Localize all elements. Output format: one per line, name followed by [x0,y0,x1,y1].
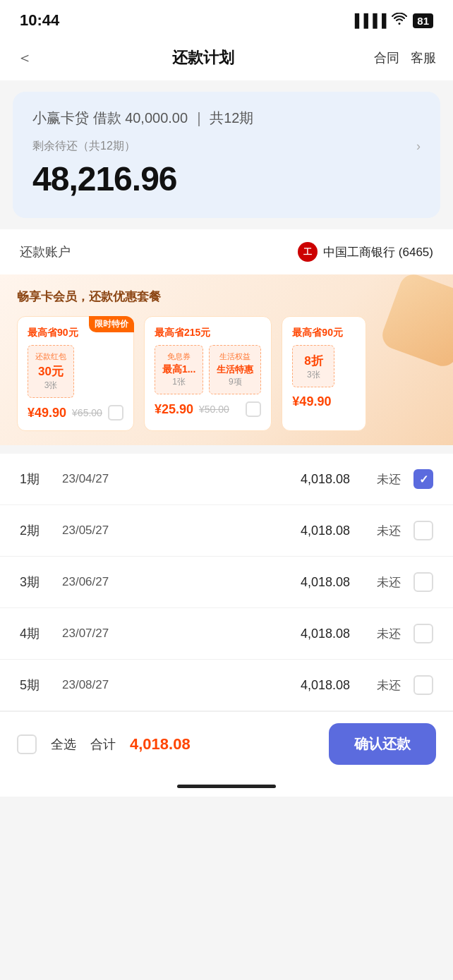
voucher-amount: 30元 [35,363,66,380]
page-title: 还款计划 [32,47,374,68]
promo-checkbox-2[interactable] [246,401,261,417]
separator: ｜ [192,110,210,126]
product-name: 小赢卡贷 [32,110,89,126]
inst-status: 未还 [364,677,413,694]
bottom-bar: 全选 合计 4,018.08 确认还款 [0,711,453,776]
inst-checkbox-4[interactable] [413,624,433,643]
service-button[interactable]: 客服 [411,49,436,66]
inst-date: 23/05/27 [62,524,286,538]
account-value: 工 中国工商银行 (6465) [298,242,433,262]
inst-status: 未还 [364,471,413,488]
loan-label: 借款 [93,110,126,126]
installment-list: 1期 23/04/27 4,018.08 未还 2期 23/05/27 4,01… [0,454,453,711]
voucher-amount: 最高1... [162,363,195,376]
inst-checkbox-5[interactable] [413,675,433,695]
voucher-amount: 生活特惠 [217,363,253,376]
chevron-right-icon[interactable]: › [416,139,421,154]
total-label: 合计 [90,736,116,753]
promo-save-2: 最高省215元 [155,327,261,339]
promo-section: 畅享卡会员，还款优惠套餐 限时特价 最高省90元 还款红包 30元 3张 ¥49… [0,274,453,445]
promo-new-price-2: ¥25.90 [155,402,193,417]
table-row: 2期 23/05/27 4,018.08 未还 [0,505,453,557]
inst-amount: 4,018.08 [286,678,364,693]
select-all-label: 全选 [51,736,76,753]
promo-price-3: ¥49.90 [292,394,356,409]
wifi-icon [392,13,407,29]
voucher-type: 免息券 [162,351,195,362]
promo-old-price-2: ¥50.00 [199,404,229,415]
promo-card-1[interactable]: 限时特价 最高省90元 还款红包 30元 3张 ¥49.90 ¥65.00 [17,316,134,431]
promo-card-2[interactable]: 最高省215元 免息券 最高1... 1张 生活权益 生活特惠 9项 ¥25.9… [144,316,272,431]
total-amount: 4,018.08 [130,735,191,754]
inst-amount: 4,018.08 [286,472,364,487]
inst-period: 2期 [20,522,62,539]
bank-icon: 工 [298,242,318,262]
inst-amount: 4,018.08 [286,575,364,590]
voucher-3-1: 8折 3张 [292,345,334,387]
voucher-type: 还款红包 [35,351,66,362]
inst-status: 未还 [364,523,413,539]
voucher-count: 3张 [300,369,327,381]
promo-badge-1: 限时特价 [89,316,134,332]
voucher-2-2: 生活权益 生活特惠 9项 [209,345,261,394]
inst-amount: 4,018.08 [286,627,364,641]
table-row: 3期 23/06/27 4,018.08 未还 [0,557,453,608]
account-label: 还款账户 [20,243,71,260]
periods-label: 共12期 [210,110,253,126]
nav-actions: 合同 客服 [374,49,436,66]
voucher-type: 生活权益 [217,351,253,362]
promo-title: 畅享卡会员，还款优惠套餐 [17,289,439,305]
account-row: 还款账户 工 中国工商银行 (6465) [0,229,453,274]
inst-checkbox-2[interactable] [413,521,433,540]
home-indicator [0,776,453,797]
remaining-label-row: 剩余待还（共12期） › [32,139,421,154]
promo-new-price-1: ¥49.90 [28,406,66,421]
inst-period: 3期 [20,574,62,591]
promo-card-3[interactable]: 最高省90元 8折 3张 ¥49.90 [282,316,366,431]
contract-button[interactable]: 合同 [374,49,399,66]
status-icons: ▐▐▐▐ 81 [350,13,433,29]
home-bar [177,785,276,788]
inst-status: 未还 [364,574,413,591]
table-row: 5期 23/08/27 4,018.08 未还 [0,660,453,711]
voucher-count: 1张 [162,376,195,388]
promo-save-3: 最高省90元 [292,327,356,339]
loan-amount: 40,000.00 [125,110,188,126]
voucher-count: 3张 [35,380,66,392]
inst-checkbox-3[interactable] [413,572,433,592]
promo-vouchers-1: 还款红包 30元 3张 [28,345,123,398]
confirm-button[interactable]: 确认还款 [329,723,436,765]
inst-amount: 4,018.08 [286,524,364,538]
promo-vouchers-3: 8折 3张 [292,345,356,387]
signal-icon: ▐▐▐▐ [350,13,386,28]
voucher-1-1: 还款红包 30元 3张 [28,345,74,398]
promo-checkbox-1[interactable] [108,405,123,421]
inst-status: 未还 [364,626,413,642]
inst-period: 5期 [20,677,62,694]
summary-card: 小赢卡贷 借款 40,000.00 ｜ 共12期 剩余待还（共12期） › 48… [13,92,440,218]
promo-old-price-1: ¥65.00 [72,407,102,418]
inst-checkbox-1[interactable] [413,469,433,489]
promo-price-2: ¥25.90 ¥50.00 [155,401,261,417]
voucher-2-1: 免息券 最高1... 1张 [155,345,203,394]
inst-date: 23/08/27 [62,678,286,692]
promo-price-1: ¥49.90 ¥65.00 [28,405,123,421]
inst-period: 1期 [20,471,62,488]
table-row: 1期 23/04/27 4,018.08 未还 [0,454,453,505]
total-remaining-amount: 48,216.96 [32,159,421,198]
inst-period: 4期 [20,625,62,642]
promo-cards: 限时特价 最高省90元 还款红包 30元 3张 ¥49.90 ¥65.00 最高… [17,316,439,431]
inst-date: 23/07/27 [62,627,286,641]
inst-date: 23/06/27 [62,575,286,589]
remaining-label: 剩余待还（共12期） [32,139,135,154]
back-button[interactable]: ＜ [17,47,32,68]
select-all-checkbox[interactable] [17,734,37,754]
voucher-count: 9项 [217,376,253,388]
inst-date: 23/04/27 [62,472,286,486]
promo-vouchers-2: 免息券 最高1... 1张 生活权益 生活特惠 9项 [155,345,261,394]
summary-title: 小赢卡贷 借款 40,000.00 ｜ 共12期 [32,109,421,128]
bank-name: 中国工商银行 (6465) [323,244,433,260]
voucher-amount: 8折 [300,353,327,369]
status-time: 10:44 [20,11,59,30]
top-nav: ＜ 还款计划 合同 客服 [0,38,453,80]
